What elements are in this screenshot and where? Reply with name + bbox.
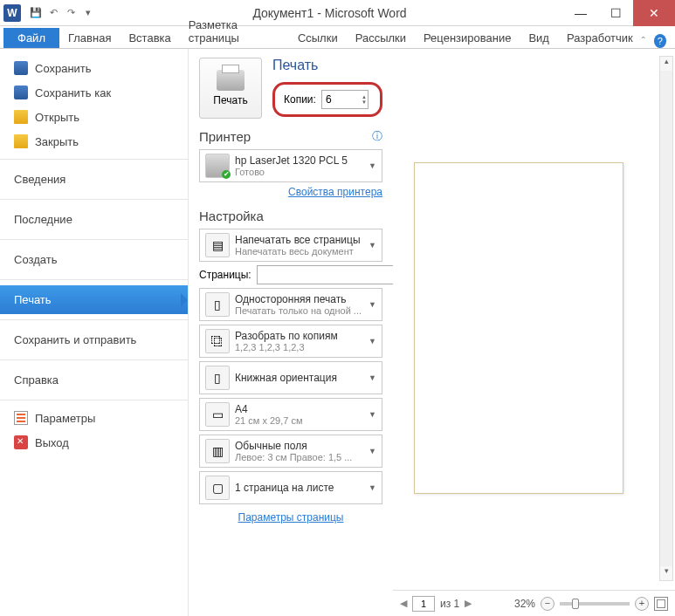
exit-icon xyxy=(14,435,28,449)
page-number-input[interactable] xyxy=(412,596,435,612)
copies-highlight: Копии: ▲▼ xyxy=(272,82,382,117)
chevron-down-icon: ▼ xyxy=(368,300,376,309)
print-settings-panel: Печать Печать Копии: ▲▼ Принтерⓘ hp Lase… xyxy=(189,49,393,616)
qat-undo-icon[interactable]: ↶ xyxy=(45,5,61,21)
quick-access-toolbar: 💾 ↶ ↷ ▾ xyxy=(28,5,96,21)
printer-info-icon[interactable]: ⓘ xyxy=(372,129,382,144)
zoom-to-page-icon[interactable] xyxy=(654,597,668,611)
copies-label: Копии: xyxy=(284,93,316,106)
print-button-label: Печать xyxy=(213,94,247,106)
maximize-button[interactable]: ☐ xyxy=(598,0,633,26)
qat-save-icon[interactable]: 💾 xyxy=(28,5,44,21)
page-count-label: из 1 xyxy=(440,598,459,610)
zoom-in-button[interactable]: + xyxy=(635,597,649,611)
close-button[interactable]: ✕ xyxy=(633,0,675,26)
qat-redo-icon[interactable]: ↷ xyxy=(63,5,79,21)
page-setup-link[interactable]: Параметры страницы xyxy=(199,511,382,524)
title-bar: W 💾 ↶ ↷ ▾ Документ1 - Microsoft Word — ☐… xyxy=(0,0,675,26)
next-page-icon[interactable]: ▶ xyxy=(465,598,472,609)
pages-per-sheet-dropdown[interactable]: ▢ 1 страница на листе ▼ xyxy=(199,471,382,504)
nav-share[interactable]: Сохранить и отправить xyxy=(0,325,188,354)
paper-size-dropdown[interactable]: ▭ A421 см x 29,7 см ▼ xyxy=(199,398,382,431)
collate-icon: ⿻ xyxy=(205,329,230,353)
chevron-down-icon: ▼ xyxy=(368,447,376,455)
nav-new[interactable]: Создать xyxy=(0,245,188,274)
chevron-down-icon: ▼ xyxy=(368,161,376,170)
print-button[interactable]: Печать xyxy=(199,58,262,119)
nav-exit[interactable]: Выход xyxy=(0,430,188,455)
print-preview: ▴ ▾ ◀ из 1 ▶ 32% − + xyxy=(393,49,675,616)
tab-insert[interactable]: Вставка xyxy=(120,28,179,48)
page-preview xyxy=(414,162,623,494)
options-icon xyxy=(14,411,28,425)
qat-customize-icon[interactable]: ▾ xyxy=(80,5,96,21)
open-icon xyxy=(14,110,28,124)
sheet-icon: ▢ xyxy=(205,476,230,500)
tab-mailings[interactable]: Рассылки xyxy=(347,28,415,48)
collate-dropdown[interactable]: ⿻ Разобрать по копиям1,2,3 1,2,3 1,2,3 ▼ xyxy=(199,325,382,358)
nav-open[interactable]: Открыть xyxy=(0,105,188,129)
paper-icon: ▭ xyxy=(205,402,230,427)
chevron-down-icon: ▼ xyxy=(368,410,376,419)
zoom-slider[interactable] xyxy=(560,602,630,606)
tab-developer[interactable]: Разработчик xyxy=(558,28,642,48)
preview-status-bar: ◀ из 1 ▶ 32% − + xyxy=(393,590,675,616)
portrait-icon: ▯ xyxy=(205,366,230,390)
prev-page-icon[interactable]: ◀ xyxy=(400,598,407,609)
minimize-button[interactable]: — xyxy=(563,0,598,26)
print-range-dropdown[interactable]: ▤ Напечатать все страницыНапечатать весь… xyxy=(199,229,382,262)
save-icon xyxy=(14,61,28,75)
zoom-value: 32% xyxy=(514,598,535,610)
help-icon[interactable]: ? xyxy=(654,34,666,48)
chevron-down-icon: ▼ xyxy=(368,373,376,382)
tab-references[interactable]: Ссылки xyxy=(289,28,347,48)
nav-options[interactable]: Параметры xyxy=(0,406,188,430)
orientation-dropdown[interactable]: ▯ Книжная ориентация ▼ xyxy=(199,361,382,394)
printer-properties-link[interactable]: Свойства принтера xyxy=(288,186,382,198)
printer-section-title: Принтерⓘ xyxy=(199,129,382,144)
tab-layout[interactable]: Разметка страницы xyxy=(180,15,289,48)
backstage-view: Сохранить Сохранить как Открыть Закрыть … xyxy=(0,49,675,616)
nav-save[interactable]: Сохранить xyxy=(0,56,188,80)
sides-dropdown[interactable]: ▯ Односторонняя печатьПечатать только на… xyxy=(199,288,382,321)
close-icon xyxy=(14,134,28,148)
nav-save-as[interactable]: Сохранить как xyxy=(0,80,188,105)
tab-review[interactable]: Рецензирование xyxy=(415,28,520,48)
nav-recent[interactable]: Последние xyxy=(0,205,188,234)
zoom-out-button[interactable]: − xyxy=(541,597,554,611)
nav-help[interactable]: Справка xyxy=(0,366,188,394)
nav-print[interactable]: Печать xyxy=(0,285,188,314)
settings-section-title: Настройка xyxy=(199,209,382,223)
file-tab[interactable]: Файл xyxy=(3,28,59,48)
printer-icon xyxy=(217,70,245,91)
one-sided-icon: ▯ xyxy=(205,292,230,317)
scroll-up-icon[interactable]: ▴ xyxy=(660,57,672,71)
pages-icon: ▤ xyxy=(205,233,230,257)
zoom-slider-thumb[interactable] xyxy=(572,599,579,609)
tab-home[interactable]: Главная xyxy=(59,28,120,48)
print-heading: Печать xyxy=(272,58,382,73)
nav-close[interactable]: Закрыть xyxy=(0,129,188,154)
margins-dropdown[interactable]: ▥ Обычные поляЛевое: 3 см Правое: 1,5 ..… xyxy=(199,435,382,468)
pages-label: Страницы: xyxy=(199,269,251,281)
copies-down-icon[interactable]: ▼ xyxy=(362,99,369,105)
printer-device-icon xyxy=(205,154,230,178)
tab-view[interactable]: Вид xyxy=(520,28,558,48)
window-controls: — ☐ ✕ xyxy=(563,0,675,26)
margins-icon: ▥ xyxy=(205,439,230,463)
ribbon-minimize-icon[interactable]: ˆ xyxy=(642,36,645,48)
backstage-nav: Сохранить Сохранить как Открыть Закрыть … xyxy=(0,49,189,616)
chevron-down-icon: ▼ xyxy=(368,337,376,346)
chevron-down-icon: ▼ xyxy=(368,241,376,250)
preview-scrollbar[interactable]: ▴ ▾ xyxy=(659,56,673,581)
scroll-down-icon[interactable]: ▾ xyxy=(660,566,672,580)
ribbon-tabs: Файл Главная Вставка Разметка страницы С… xyxy=(0,26,675,49)
nav-info[interactable]: Сведения xyxy=(0,165,188,194)
word-app-icon: W xyxy=(3,4,21,22)
pages-input[interactable] xyxy=(257,265,413,284)
save-as-icon xyxy=(14,86,28,99)
chevron-down-icon: ▼ xyxy=(368,483,376,492)
printer-dropdown[interactable]: hp LaserJet 1320 PCL 5Готово ▼ xyxy=(199,149,382,182)
window-title: Документ1 - Microsoft Word xyxy=(96,6,563,20)
